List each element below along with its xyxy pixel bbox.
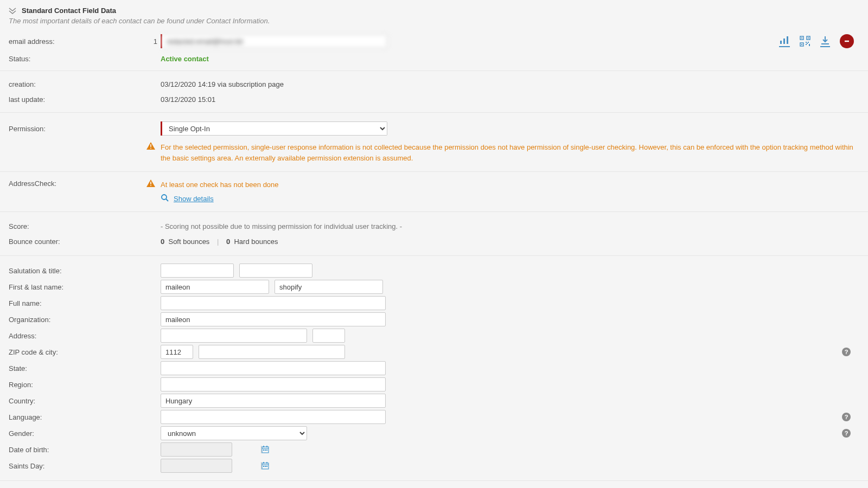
remove-button[interactable]	[840, 34, 854, 48]
status-label: Status:	[9, 55, 161, 63]
svg-rect-17	[150, 144, 151, 147]
permission-select[interactable]: Single Opt-In	[162, 121, 387, 136]
svg-rect-28	[265, 450, 266, 451]
permission-label: Permission:	[9, 125, 161, 133]
svg-rect-11	[806, 44, 807, 45]
svg-rect-20	[150, 185, 151, 187]
warning-icon	[146, 179, 155, 188]
last-update-label: last update:	[9, 95, 161, 104]
section-title: Standard Contact Field Data	[22, 7, 116, 15]
permission-warning-text: For the selected permission, single-user…	[161, 142, 859, 164]
svg-rect-29	[266, 450, 267, 451]
last-update-value: 03/12/2020 15:01	[161, 95, 215, 104]
hard-bounce-count: 0	[226, 237, 230, 246]
zip-label: ZIP code & city:	[9, 348, 161, 356]
svg-rect-14	[809, 45, 810, 46]
calendar-icon[interactable]	[261, 446, 269, 453]
dob-label: Date of birth:	[9, 446, 161, 454]
svg-rect-6	[808, 37, 809, 38]
svg-rect-1	[783, 38, 785, 44]
addresscheck-warning-text: At least one check has not been done	[161, 179, 279, 190]
svg-rect-35	[265, 466, 266, 467]
state-input[interactable]	[161, 361, 386, 375]
svg-rect-0	[780, 41, 782, 44]
addresscheck-label: AddressCheck:	[9, 179, 56, 188]
stats-icon[interactable]	[779, 35, 790, 47]
region-label: Region:	[9, 381, 161, 389]
calendar-icon[interactable]	[261, 462, 269, 470]
address-label: Address:	[9, 332, 161, 340]
score-label: Score:	[9, 222, 161, 230]
language-input[interactable]	[161, 410, 386, 424]
svg-rect-9	[806, 42, 807, 43]
saints-input[interactable]	[161, 459, 261, 472]
zip-input[interactable]	[161, 345, 193, 359]
email-index: 1	[154, 37, 157, 46]
email-input[interactable]	[162, 34, 387, 48]
svg-line-22	[166, 199, 168, 201]
creation-label: creation:	[9, 80, 161, 88]
language-label: Language:	[9, 413, 161, 421]
soft-bounce-count: 0	[161, 237, 164, 246]
svg-point-21	[162, 195, 167, 200]
state-label: State:	[9, 364, 161, 373]
title-input[interactable]	[239, 264, 312, 278]
qr-code-icon[interactable]	[800, 36, 810, 47]
svg-rect-2	[787, 36, 788, 44]
download-icon[interactable]	[820, 35, 830, 47]
section-subtitle: The most important details of each conta…	[0, 15, 868, 29]
last-name-input[interactable]	[275, 280, 383, 294]
svg-rect-8	[801, 44, 802, 45]
city-input[interactable]	[199, 345, 345, 359]
email-label: email address:	[9, 37, 55, 46]
status-value: Active contact	[161, 55, 209, 63]
svg-rect-13	[807, 43, 808, 44]
svg-rect-19	[150, 182, 151, 184]
saints-input-group	[161, 459, 232, 473]
hard-bounce-label: Hard bounces	[234, 237, 278, 246]
organization-input[interactable]	[161, 312, 386, 326]
show-details-link[interactable]: Show details	[174, 195, 214, 203]
address-input[interactable]	[161, 329, 307, 343]
svg-rect-12	[809, 44, 810, 45]
soft-bounce-label: Soft bounces	[168, 237, 209, 246]
dob-input-group	[161, 442, 232, 457]
gender-label: Gender:	[9, 429, 161, 438]
svg-rect-4	[801, 37, 802, 38]
svg-rect-18	[150, 148, 151, 149]
organization-label: Organization:	[9, 316, 161, 324]
name-label: First & last name:	[9, 283, 161, 291]
svg-rect-10	[808, 42, 809, 43]
svg-rect-36	[266, 466, 267, 467]
country-label: Country:	[9, 397, 161, 405]
search-icon	[161, 194, 169, 204]
region-input[interactable]	[161, 377, 386, 391]
saints-label: Saints Day:	[9, 462, 161, 470]
full-name-label: Full name:	[9, 299, 161, 307]
salutation-label: Salutation & title:	[9, 267, 161, 275]
first-name-input[interactable]	[161, 280, 269, 294]
full-name-input[interactable]	[161, 296, 386, 310]
creation-value: 03/12/2020 14:19 via subscription page	[161, 80, 284, 88]
gender-select[interactable]: unknown	[161, 426, 307, 440]
country-input[interactable]	[161, 394, 386, 408]
dob-input[interactable]	[161, 443, 261, 456]
section-collapse-toggle[interactable]	[9, 8, 16, 14]
svg-rect-34	[263, 466, 264, 467]
svg-rect-27	[263, 450, 264, 451]
score-value: - Scoring not possible due to missing pe…	[161, 222, 402, 230]
address-number-input[interactable]	[312, 329, 345, 343]
bounce-label: Bounce counter:	[9, 237, 161, 246]
salutation-input[interactable]	[161, 264, 234, 278]
warning-icon	[146, 142, 155, 150]
